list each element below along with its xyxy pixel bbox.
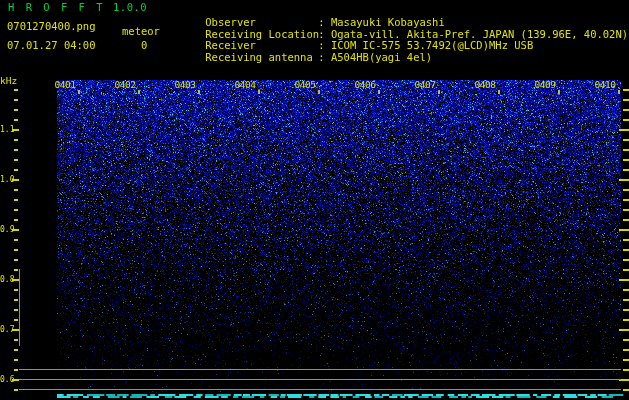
hrofft-screen: H R O F F T 1.0.0 0701270400.png meteor … — [0, 0, 629, 400]
y-axis-label: 0.6 — [0, 375, 12, 384]
info-value: A504HB(yagi 4el) — [331, 51, 432, 63]
time-label: 0406 — [352, 80, 378, 90]
y-axis-label: 0.7 — [0, 325, 12, 334]
meteor-label: meteor — [122, 26, 160, 37]
info-row-antenna: Receiving antenna: A504HB(yagi 4el) — [180, 41, 432, 74]
datetime-label: 07.01.27 04:00 — [7, 40, 96, 51]
y-axis-label: 0.9 — [0, 225, 12, 234]
meteor-count: 0 — [141, 40, 147, 51]
time-label: 0405 — [292, 80, 318, 90]
y-axis-label: 1.1 — [0, 125, 12, 134]
time-label: 0402 — [112, 80, 138, 90]
app-version: 1.0.0 — [113, 2, 147, 13]
filename-label: 0701270400.png — [7, 21, 96, 32]
app-title: H R O F F T — [8, 2, 105, 13]
info-label: Receiving antenna — [205, 52, 318, 63]
time-label: 0403 — [172, 80, 198, 90]
time-label: 0408 — [472, 80, 498, 90]
time-label: 0410 — [592, 80, 618, 90]
time-label: 0401 — [52, 80, 78, 90]
info-colon: : — [318, 51, 324, 63]
y-axis-label: 1.0 — [0, 175, 12, 184]
time-label: 0407 — [412, 80, 438, 90]
y-axis-label: 0.8 — [0, 275, 12, 284]
y-axis-unit-label: kHz — [0, 76, 17, 86]
time-label: 0404 — [232, 80, 258, 90]
time-label: 0409 — [532, 80, 558, 90]
